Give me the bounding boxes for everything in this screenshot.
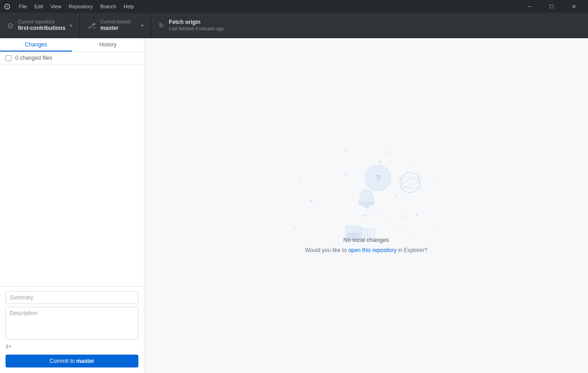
minimize-button[interactable]: ─ (519, 0, 540, 13)
title-bar-left: ⊙ File Edit View Repository Branch Help (4, 1, 137, 11)
svg-point-5 (294, 228, 296, 230)
repo-text: Current repository first-contributions (18, 19, 65, 32)
content-area: ? (144, 38, 588, 373)
menu-help[interactable]: Help (121, 3, 137, 10)
select-all-checkbox[interactable] (6, 55, 11, 61)
menu-bar: File Edit View Repository Branch Help (16, 3, 137, 10)
repo-chevron-icon: ▾ (70, 23, 72, 28)
branch-text: Current branch master (100, 19, 131, 32)
toolbar: ⊙ Current repository first-contributions… (0, 13, 588, 38)
file-list (0, 64, 144, 286)
empty-state-illustration: ? (274, 137, 458, 275)
svg-point-12 (399, 175, 421, 191)
repo-icon: ⊙ (7, 21, 13, 30)
current-repo-button[interactable]: ⊙ Current repository first-contributions… (0, 13, 80, 38)
svg-point-3 (345, 149, 347, 151)
commit-branch: master (76, 358, 94, 364)
fetch-sub: Last fetched 4 minutes ago (169, 26, 224, 32)
empty-state-prefix: Would you like to (305, 247, 348, 253)
empty-state-suffix: in Explorer? (396, 247, 427, 253)
commit-prefix: Commit to (50, 358, 76, 364)
branch-icon: ⎇ (87, 21, 96, 30)
svg-line-7 (373, 210, 419, 240)
commit-button[interactable]: Commit to master (6, 355, 138, 367)
repo-label: Current repository (18, 19, 65, 25)
title-bar: ⊙ File Edit View Repository Branch Help … (0, 0, 588, 13)
fetch-origin-button[interactable]: ↻ Fetch origin Last fetched 4 minutes ag… (151, 13, 258, 38)
window-controls: ─ ☐ ✕ (519, 0, 584, 13)
github-logo-icon: ⊙ (4, 1, 11, 11)
commit-area: 1+ Commit to master (0, 286, 144, 373)
svg-point-4 (434, 177, 436, 179)
sidebar-tabs: Changes History (0, 38, 144, 52)
open-repo-link[interactable]: open this repository (348, 247, 397, 253)
main-layout: Changes History 0 changed files 1+ Commi… (0, 38, 588, 373)
svg-rect-14 (363, 206, 370, 207)
branch-chevron-icon: ▾ (141, 23, 143, 28)
summary-input[interactable] (6, 291, 138, 304)
branch-name: master (100, 25, 131, 32)
coauthor-icon: 1+ (6, 344, 11, 349)
repo-name: first-contributions (18, 25, 65, 32)
menu-branch[interactable]: Branch (97, 3, 119, 10)
svg-point-2 (416, 213, 418, 216)
tab-changes[interactable]: Changes (0, 38, 72, 52)
svg-point-0 (310, 200, 313, 202)
current-branch-button[interactable]: ⎇ Current branch master ▾ (80, 13, 151, 38)
menu-file[interactable]: File (16, 3, 30, 10)
menu-repository[interactable]: Repository (66, 3, 96, 10)
empty-state: No local changes Would you like to open … (305, 236, 428, 253)
branch-label: Current branch (100, 19, 131, 25)
svg-point-6 (395, 195, 397, 197)
changed-files-header: 0 changed files (0, 52, 144, 64)
fetch-text: Fetch origin Last fetched 4 minutes ago (169, 19, 224, 32)
description-input[interactable] (6, 307, 138, 340)
menu-edit[interactable]: Edit (32, 3, 46, 10)
sidebar: Changes History 0 changed files 1+ Commi… (0, 38, 144, 373)
maximize-button[interactable]: ☐ (541, 0, 562, 13)
menu-view[interactable]: View (48, 3, 64, 10)
fetch-title: Fetch origin (169, 19, 224, 26)
tab-history[interactable]: History (72, 38, 144, 52)
empty-state-subtitle: Would you like to open this repository i… (305, 247, 428, 253)
fetch-icon: ↻ (159, 22, 164, 29)
close-button[interactable]: ✕ (563, 0, 584, 13)
svg-text:?: ? (375, 173, 380, 183)
coauthor-button[interactable]: 1+ (6, 343, 138, 350)
empty-state-title: No local changes (343, 236, 389, 243)
changed-files-count: 0 changed files (15, 55, 52, 61)
svg-point-1 (379, 161, 382, 163)
